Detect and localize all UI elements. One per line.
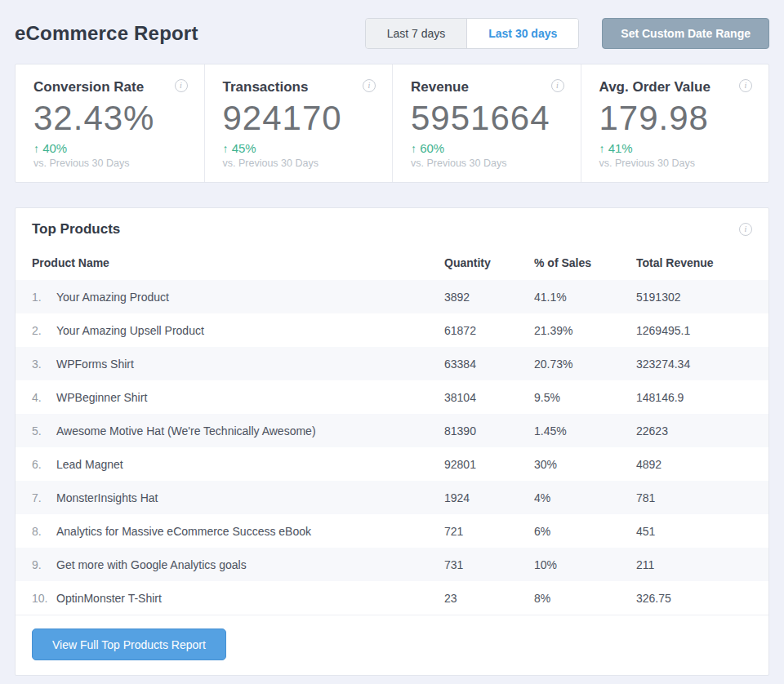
product-name-cell: 3. WPForms Shirt (32, 358, 444, 371)
table-row: 4. WPBeginner Shirt 38104 9.5% 148146.9 (16, 380, 768, 414)
stat-change: ↑ 41% (599, 141, 753, 155)
table-row: 6. Lead Magnet 92801 30% 4892 (16, 447, 768, 481)
product-name: WPForms Shirt (56, 358, 134, 371)
stat-card: Transactions i 924170 ↑ 45% vs. Previous… (204, 64, 393, 182)
stat-compare-label: vs. Previous 30 Days (223, 158, 376, 169)
page-title: eCommerce Report (15, 22, 198, 45)
top-products-title: Top Products (32, 221, 120, 238)
product-name: Lead Magnet (56, 458, 123, 471)
product-name-cell: 2. Your Amazing Upsell Product (32, 324, 444, 337)
table-row: 1. Your Amazing Product 3892 41.1% 51913… (16, 280, 768, 313)
stat-card: Revenue i 5951664 ↑ 60% vs. Previous 30 … (392, 64, 581, 182)
product-name: OptinMonster T-Shirt (56, 592, 162, 605)
stat-change: ↑ 60% (411, 141, 564, 155)
percent-of-sales-cell: 21.39% (534, 324, 636, 337)
total-revenue-cell: 1269495.1 (636, 324, 752, 337)
view-full-top-products-report-button[interactable]: View Full Top Products Report (32, 628, 226, 660)
product-name: Your Amazing Upsell Product (56, 324, 204, 337)
date-range-tabs: Last 7 days Last 30 days (365, 18, 580, 49)
info-icon[interactable]: i (551, 79, 564, 92)
table-row: 7. MonsterInsights Hat 1924 4% 781 (16, 481, 768, 514)
top-products-header: Top Products i (16, 208, 768, 246)
stat-change-value: 40% (42, 141, 67, 155)
row-index: 6. (32, 458, 56, 471)
stat-card-header: Conversion Rate i (33, 79, 188, 95)
stat-change-value: 45% (232, 141, 256, 155)
quantity-cell: 3892 (444, 291, 534, 304)
product-name-cell: 4. WPBeginner Shirt (32, 391, 444, 404)
table-body: 1. Your Amazing Product 3892 41.1% 51913… (16, 280, 768, 615)
quantity-cell: 731 (444, 558, 534, 571)
up-arrow-icon: ↑ (223, 142, 229, 155)
product-name-cell: 7. MonsterInsights Hat (32, 491, 444, 504)
table-header-row: Product Name Quantity % of Sales Total R… (16, 246, 768, 280)
quantity-cell: 81390 (444, 424, 534, 437)
product-name: MonsterInsights Hat (56, 491, 158, 504)
row-index: 5. (32, 424, 56, 437)
total-revenue-cell: 148146.9 (636, 391, 752, 404)
table-row: 8. Analytics for Massive eCommerce Succe… (16, 514, 768, 548)
stat-card-header: Avg. Order Value i (599, 79, 753, 95)
product-name: Your Amazing Product (56, 291, 169, 304)
table-row: 2. Your Amazing Upsell Product 61872 21.… (16, 313, 768, 347)
product-name-cell: 1. Your Amazing Product (32, 291, 444, 304)
top-products-card: Top Products i Product Name Quantity % o… (15, 207, 769, 676)
stat-value: 924170 (223, 100, 376, 136)
total-revenue-cell: 4892 (636, 458, 752, 471)
stat-card: Conversion Rate i 32.43% ↑ 40% vs. Previ… (16, 64, 204, 182)
tab-last-30-days[interactable]: Last 30 days (466, 19, 578, 48)
stat-title: Conversion Rate (33, 79, 144, 95)
tab-last-7-days[interactable]: Last 7 days (366, 19, 467, 48)
quantity-cell: 38104 (444, 391, 534, 404)
stat-value: 32.43% (33, 100, 188, 136)
info-icon[interactable]: i (739, 223, 752, 236)
percent-of-sales-cell: 30% (534, 458, 636, 471)
stat-compare-label: vs. Previous 30 Days (33, 158, 188, 169)
total-revenue-cell: 323274.34 (636, 358, 752, 371)
report-header: eCommerce Report Last 7 days Last 30 day… (15, 18, 769, 49)
total-revenue-cell: 22623 (636, 424, 752, 437)
stat-card-header: Revenue i (411, 79, 564, 95)
info-icon[interactable]: i (175, 79, 188, 92)
top-products-footer: View Full Top Products Report (16, 615, 768, 675)
stat-change: ↑ 45% (223, 141, 376, 155)
info-icon[interactable]: i (363, 79, 376, 92)
percent-of-sales-cell: 10% (534, 558, 636, 571)
product-name: Awesome Motive Hat (We're Technically Aw… (56, 424, 316, 437)
table-row: 9. Get more with Google Analytics goals … (16, 548, 768, 581)
stat-change-value: 60% (420, 141, 444, 155)
percent-of-sales-cell: 4% (534, 491, 636, 504)
product-name-cell: 10. OptinMonster T-Shirt (32, 592, 444, 605)
stat-card: Avg. Order Value i 179.98 ↑ 41% vs. Prev… (581, 64, 769, 182)
stat-title: Avg. Order Value (599, 79, 710, 95)
set-custom-date-range-button[interactable]: Set Custom Date Range (602, 18, 769, 49)
product-name: WPBeginner Shirt (56, 391, 147, 404)
row-index: 2. (32, 324, 56, 337)
info-icon[interactable]: i (739, 79, 752, 92)
total-revenue-cell: 781 (636, 491, 752, 504)
percent-of-sales-cell: 9.5% (534, 391, 636, 404)
row-index: 9. (32, 558, 56, 571)
row-index: 7. (32, 491, 56, 504)
quantity-cell: 63384 (444, 358, 534, 371)
percent-of-sales-cell: 8% (534, 592, 636, 605)
up-arrow-icon: ↑ (599, 142, 605, 155)
stat-value: 5951664 (411, 100, 564, 136)
column-header-product-name: Product Name (32, 256, 444, 269)
product-name: Analytics for Massive eCommerce Success … (56, 525, 311, 538)
stats-summary: Conversion Rate i 32.43% ↑ 40% vs. Previ… (15, 64, 769, 183)
row-index: 3. (32, 358, 56, 371)
total-revenue-cell: 326.75 (636, 592, 752, 605)
quantity-cell: 23 (444, 592, 534, 605)
product-name-cell: 9. Get more with Google Analytics goals (32, 558, 444, 571)
stat-change: ↑ 40% (33, 141, 188, 155)
stat-compare-label: vs. Previous 30 Days (411, 158, 564, 169)
quantity-cell: 721 (444, 525, 534, 538)
percent-of-sales-cell: 41.1% (534, 291, 636, 304)
column-header-total-revenue: Total Revenue (636, 256, 752, 269)
total-revenue-cell: 451 (636, 525, 752, 538)
percent-of-sales-cell: 6% (534, 525, 636, 538)
quantity-cell: 92801 (444, 458, 534, 471)
table-row: 10. OptinMonster T-Shirt 23 8% 326.75 (16, 581, 768, 615)
product-name-cell: 8. Analytics for Massive eCommerce Succe… (32, 525, 444, 538)
